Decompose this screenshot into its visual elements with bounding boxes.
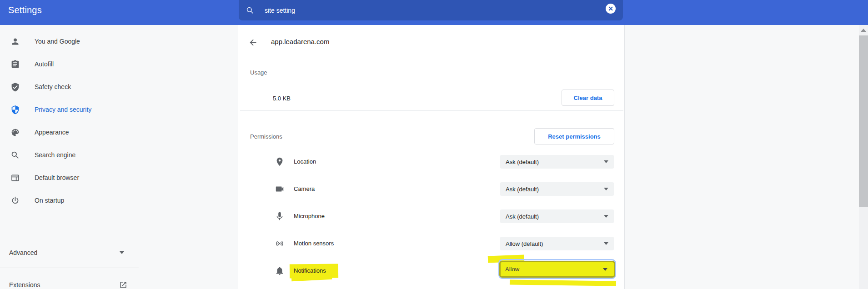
- back-arrow-icon: [248, 38, 260, 47]
- permission-label: Location: [294, 158, 316, 165]
- motion-sensors-permission-dropdown[interactable]: Allow (default): [500, 237, 614, 250]
- sidebar-item-safety-check[interactable]: Safety check: [0, 75, 136, 98]
- sidebar-item-label: Appearance: [35, 129, 69, 136]
- extensions-label: Extensions: [9, 281, 40, 289]
- permission-label: Motion sensors: [294, 240, 334, 247]
- search-input[interactable]: [265, 7, 623, 14]
- browser-window-icon: [10, 173, 20, 183]
- clear-search-button[interactable]: ✕: [606, 4, 616, 14]
- sidebar-item-label: You and Google: [35, 38, 80, 45]
- clear-data-button[interactable]: Clear data: [562, 90, 614, 106]
- bell-icon: [275, 266, 285, 276]
- dropdown-value: Ask (default): [506, 159, 539, 165]
- shield-half-icon: [10, 105, 20, 115]
- chevron-down-icon: [604, 215, 608, 218]
- sidebar-item-label: Search engine: [35, 151, 75, 159]
- scrollbar-up-arrow-icon[interactable]: [861, 29, 866, 32]
- chevron-down-icon: [604, 242, 608, 245]
- dropdown-value: Ask (default): [506, 213, 539, 220]
- person-icon: [10, 37, 20, 46]
- vertical-scrollbar[interactable]: [859, 25, 868, 289]
- sidebar-item-on-startup[interactable]: On startup: [0, 189, 136, 212]
- scrollbar-thumb[interactable]: [859, 35, 868, 207]
- close-icon: ✕: [608, 5, 613, 12]
- permissions-section-label: Permissions: [250, 133, 282, 140]
- settings-search-box[interactable]: ✕: [239, 0, 623, 20]
- chevron-down-icon: [604, 188, 608, 190]
- permission-row-motion-sensors: Motion sensors Allow (default): [238, 230, 625, 257]
- camera-icon: [275, 184, 285, 194]
- sidebar-item-search-engine[interactable]: Search engine: [0, 144, 136, 166]
- back-button[interactable]: [248, 36, 260, 48]
- dropdown-value: Allow (default): [506, 240, 543, 247]
- permission-row-camera: Camera Ask (default): [238, 175, 625, 203]
- sidebar-item-autofill[interactable]: Autofill: [0, 53, 136, 75]
- sidebar-advanced-toggle[interactable]: Advanced: [0, 244, 136, 262]
- search-icon: [246, 6, 254, 15]
- dropdown-value: Ask (default): [506, 186, 539, 193]
- location-pin-icon: [275, 157, 285, 167]
- external-link-icon: [119, 281, 127, 289]
- permission-label: Camera: [294, 185, 315, 192]
- permission-label: Microphone: [294, 213, 325, 219]
- dropdown-value: Allow: [505, 266, 519, 273]
- usage-size-value: 5.0 KB: [273, 95, 291, 102]
- permission-row-location: Location Ask (default): [238, 148, 625, 175]
- palette-icon: [10, 128, 20, 137]
- sidebar-item-privacy-and-security[interactable]: Privacy and security: [0, 98, 136, 121]
- microphone-icon: [275, 211, 285, 221]
- motion-sensors-icon: [275, 239, 285, 249]
- dropdown-highlight-smear-bottom: [510, 280, 616, 286]
- sidebar-item-label: Autofill: [35, 60, 54, 68]
- site-domain: app.leadarena.com: [271, 38, 329, 45]
- reset-permissions-button[interactable]: Reset permissions: [534, 128, 614, 144]
- permission-row-notifications: Notifications Allow: [238, 257, 625, 284]
- chevron-down-icon: [603, 268, 607, 271]
- sidebar-item-appearance[interactable]: Appearance: [0, 121, 136, 144]
- microphone-permission-dropdown[interactable]: Ask (default): [500, 209, 614, 223]
- chrome-settings-page: Settings ✕ You and Google Autofill: [0, 0, 868, 289]
- sidebar-item-label: On startup: [35, 197, 64, 204]
- chevron-down-icon: [120, 251, 124, 254]
- permission-label: Notifications: [294, 267, 326, 274]
- sidebar-item-extensions[interactable]: Extensions: [0, 276, 136, 289]
- notifications-permission-dropdown[interactable]: Allow: [499, 261, 615, 278]
- magnifier-icon: [10, 150, 20, 160]
- settings-sidebar: You and Google Autofill Safety check Pri…: [0, 25, 238, 289]
- sidebar-divider: [0, 268, 139, 268]
- chevron-down-icon: [604, 160, 608, 163]
- usage-section-label: Usage: [250, 69, 267, 76]
- sidebar-item-you-and-google[interactable]: You and Google: [0, 30, 136, 53]
- header-bar: Settings ✕: [0, 0, 868, 25]
- site-details-card: app.leadarena.com Usage 5.0 KB Clear dat…: [238, 25, 625, 289]
- section-divider: [240, 110, 623, 111]
- power-icon: [10, 196, 20, 205]
- sidebar-item-default-browser[interactable]: Default browser: [0, 166, 136, 189]
- sidebar-item-label: Privacy and security: [35, 106, 91, 113]
- advanced-label: Advanced: [9, 249, 37, 256]
- clipboard-icon: [10, 60, 20, 69]
- permission-row-microphone: Microphone Ask (default): [238, 203, 625, 230]
- location-permission-dropdown[interactable]: Ask (default): [500, 155, 614, 169]
- sidebar-item-label: Safety check: [35, 83, 71, 90]
- sidebar-item-label: Default browser: [35, 174, 79, 181]
- page-title: Settings: [8, 0, 42, 20]
- shield-check-icon: [10, 82, 20, 92]
- camera-permission-dropdown[interactable]: Ask (default): [500, 182, 614, 196]
